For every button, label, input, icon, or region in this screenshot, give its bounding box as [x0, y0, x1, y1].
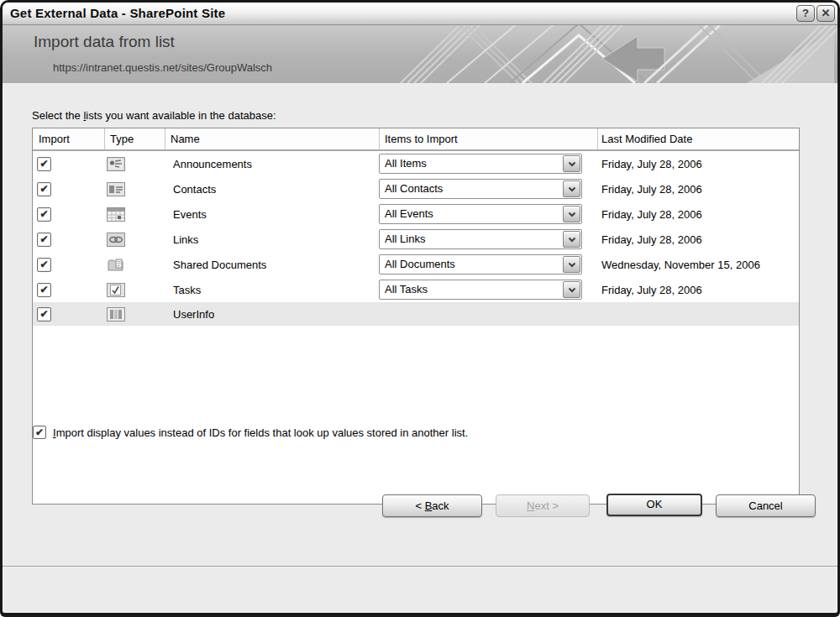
help-icon[interactable]: ?	[796, 5, 815, 22]
import-display-values-checkbox[interactable]	[33, 426, 46, 439]
next-button: Next >	[496, 494, 590, 517]
table-row: Announcements All Items Friday, July 28,…	[33, 151, 799, 176]
last-modified-date: Friday, July 28, 2006	[597, 151, 799, 176]
import-checkbox[interactable]	[37, 157, 51, 171]
last-modified-date: Friday, July 28, 2006	[597, 227, 799, 252]
table-row: UserInfo	[33, 302, 799, 326]
list-name: Announcements	[165, 151, 379, 176]
import-checkbox[interactable]	[37, 258, 51, 272]
table-row: Events All Events Friday, July 28, 2006	[33, 201, 799, 227]
chevron-down-icon[interactable]	[563, 256, 580, 273]
select-lists-label: Select the lists you want available in t…	[32, 109, 276, 122]
list-name: Shared Documents	[165, 252, 379, 277]
wizard-header: Import data from list https://intranet.q…	[3, 25, 837, 85]
column-header-name[interactable]: Name	[165, 128, 379, 149]
table-row: Links All Links Friday, July 28, 2006	[33, 227, 799, 252]
last-modified-date: Friday, July 28, 2006	[597, 277, 799, 302]
items-to-import-select[interactable]: All Tasks	[379, 280, 582, 300]
window-title: Get External Data - SharePoint Site	[10, 6, 225, 20]
import-checkbox[interactable]	[37, 182, 51, 196]
import-checkbox[interactable]	[37, 307, 51, 322]
page-title: Import data from list	[34, 33, 175, 51]
items-to-import-select[interactable]: All Events	[379, 204, 582, 224]
links-icon	[107, 233, 125, 247]
last-modified-date: Friday, July 28, 2006	[597, 176, 799, 201]
import-checkbox[interactable]	[37, 283, 51, 297]
chevron-down-icon[interactable]	[563, 180, 580, 197]
decorative-pattern	[367, 25, 837, 83]
userinfo-icon	[107, 307, 125, 322]
table-header-row: Import Type Name Items to Import Last Mo…	[33, 128, 799, 151]
shared-documents-icon	[107, 258, 125, 272]
column-header-items-to-import[interactable]: Items to Import	[379, 128, 597, 149]
site-url: https://intranet.questis.net/sites/Group…	[53, 61, 272, 74]
items-to-import-select[interactable]: All Items	[379, 154, 582, 174]
tasks-icon	[107, 283, 125, 297]
list-name: Tasks	[165, 277, 379, 302]
table-row: Tasks All Tasks Friday, July 28, 2006	[33, 277, 799, 302]
column-header-import[interactable]: Import	[33, 128, 104, 149]
import-checkbox[interactable]	[37, 233, 51, 247]
list-name: Links	[165, 227, 379, 252]
contacts-icon	[107, 182, 125, 196]
items-to-import-select[interactable]: All Links	[379, 229, 582, 249]
get-external-data-dialog: Get External Data - SharePoint Site ? ✕	[0, 0, 840, 617]
chevron-down-icon[interactable]	[563, 155, 580, 172]
column-header-last-modified[interactable]: Last Modified Date	[597, 128, 799, 149]
items-to-import-select[interactable]: All Documents	[379, 254, 582, 275]
dialog-surface: Get External Data - SharePoint Site ? ✕	[3, 3, 837, 613]
last-modified-date: Friday, July 28, 2006	[597, 201, 799, 227]
table-row: Contacts All Contacts Friday, July 28, 2…	[33, 176, 799, 201]
table-row: Shared Documents All Documents Wednesday…	[33, 252, 799, 277]
list-name: UserInfo	[165, 302, 379, 326]
announcements-icon	[107, 157, 125, 171]
import-display-values-option[interactable]: Import display values instead of IDs for…	[33, 426, 468, 439]
footer-divider	[3, 566, 837, 567]
chevron-down-icon[interactable]	[563, 206, 580, 222]
column-header-type[interactable]: Type	[104, 128, 165, 149]
chevron-down-icon[interactable]	[563, 281, 580, 298]
events-icon	[107, 207, 125, 222]
chevron-down-icon[interactable]	[563, 231, 580, 248]
back-button[interactable]: < Back	[382, 494, 482, 517]
last-modified-date: Wednesday, November 15, 2006	[597, 252, 799, 277]
ok-button[interactable]: OK	[606, 494, 702, 516]
import-display-values-label: Import display values instead of IDs for…	[53, 426, 468, 439]
close-icon[interactable]: ✕	[816, 5, 835, 22]
items-to-import-select[interactable]: All Contacts	[379, 179, 582, 199]
cancel-button[interactable]: Cancel	[716, 494, 816, 517]
title-bar[interactable]: Get External Data - SharePoint Site ? ✕	[3, 3, 837, 25]
lists-table: Import Type Name Items to Import Last Mo…	[32, 128, 800, 505]
import-checkbox[interactable]	[37, 207, 51, 222]
list-name: Contacts	[165, 176, 379, 201]
list-name: Events	[165, 201, 379, 227]
